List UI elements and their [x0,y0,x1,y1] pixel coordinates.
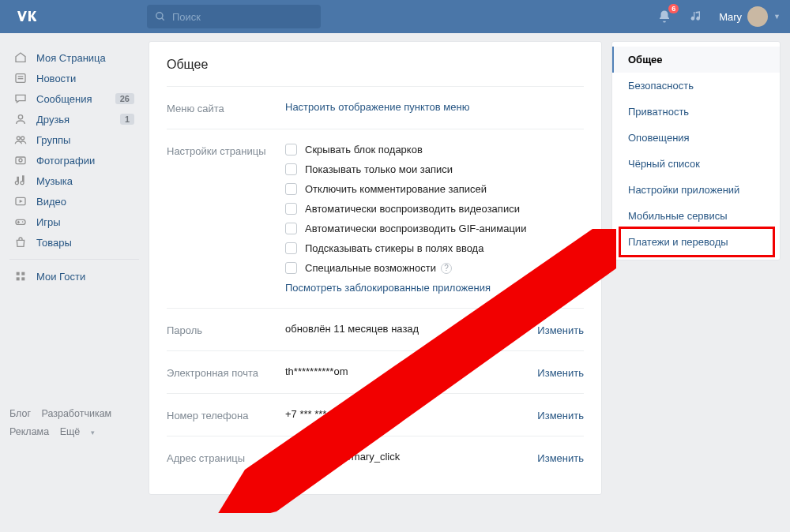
tab-0[interactable]: Общее [612,47,780,73]
svg-rect-16 [21,277,24,280]
tab-2[interactable]: Приватность [612,99,780,125]
row-label: Адрес страницы [167,451,285,464]
sidebar-item-photo[interactable]: Фотографии [9,150,139,170]
sidebar-item-label: Товары [36,237,72,249]
tab-label: Общее [628,54,663,66]
user-menu[interactable]: Mary ▼ [719,6,781,27]
change-link[interactable]: Изменить [537,408,584,421]
setting-checkbox-row: Отключить комментирование записей [285,183,584,195]
checkbox-label: Автоматически воспроизводить видеозаписи [305,203,520,215]
news-icon [14,72,30,84]
section-password: Парольобновлён 11 месяцев назадИзменить [167,308,584,350]
sidebar-item-guests[interactable]: Мои Гости [9,266,139,287]
svg-point-6 [17,137,20,140]
msg-icon [14,92,30,105]
row-value: обновлён 11 месяцев назад [285,323,537,336]
svg-point-0 [156,13,163,19]
sidebar-item-home[interactable]: Моя Страница [9,47,139,68]
user-name: Mary [719,11,742,23]
vk-logo[interactable] [16,10,36,23]
tab-label: Безопасность [628,80,694,92]
checkbox[interactable] [285,183,297,195]
row-label: Номер телефона [167,408,285,421]
row-value: +7 *** *** ** 15 [285,408,537,421]
configure-menu-link[interactable]: Настроить отображение пунктов меню [285,101,469,113]
tab-7[interactable]: Платежи и переводы [612,229,780,255]
checkbox-label: Отключить комментирование записей [305,183,487,195]
tab-label: Платежи и переводы [628,236,728,248]
svg-line-1 [162,18,164,21]
footer-dev[interactable]: Разработчикам [42,408,112,419]
sidebar-item-news[interactable]: Новости [9,68,139,88]
sidebar-item-label: Мои Гости [36,271,85,283]
search-input[interactable] [172,11,299,23]
search-box[interactable] [147,5,321,28]
section-menu: Меню сайта Настроить отображение пунктов… [167,86,584,129]
change-link[interactable]: Изменить [537,451,584,464]
setting-checkbox-row: Скрывать блок подарков [285,144,584,155]
sidebar-item-label: Сообщения [36,93,92,105]
sidebar-item-market[interactable]: Товары [9,232,139,253]
sidebar-item-games[interactable]: Игры [9,212,139,232]
checkbox[interactable] [285,163,297,175]
svg-point-5 [18,115,22,119]
sidebar-item-friends[interactable]: Друзья1 [9,109,139,129]
checkbox[interactable] [285,223,297,234]
tab-4[interactable]: Чёрный список [612,151,780,177]
notifications-button[interactable]: 6 [657,9,672,24]
sidebar-item-label: Игры [36,216,61,228]
top-header: 6 Mary ▼ [0,0,790,33]
tab-label: Оповещения [628,132,690,144]
svg-point-9 [19,159,22,162]
games-icon [14,215,30,228]
help-icon[interactable]: ? [441,263,452,274]
sidebar-item-label: Новости [36,73,76,84]
home-icon [14,51,30,64]
change-link[interactable]: Изменить [537,323,584,336]
page-title: Общее [167,58,584,72]
footer-blog[interactable]: Блог [9,408,31,419]
search-icon [155,11,166,22]
sidebar-badge: 1 [120,114,134,125]
music-button[interactable] [690,10,703,23]
sidebar-item-label: Фотографии [36,155,95,167]
market-icon [14,236,30,249]
sidebar-item-video[interactable]: Видео [9,191,139,212]
section-email: Электронная почтаth**********omИзменить [167,350,584,393]
apps-icon [14,270,30,283]
section-label: Меню сайта [167,101,285,114]
svg-rect-14 [21,272,24,275]
checkbox[interactable] [285,203,297,215]
section-page-url: Адрес страницыhttps://vk.com/mary_clickИ… [167,436,584,478]
left-sidebar: Моя СтраницаНовостиСообщения26Друзья1Гру… [9,41,139,495]
change-link[interactable]: Изменить [537,365,584,379]
checkbox-label: Специальные возможности [305,262,436,274]
tab-6[interactable]: Мобильные сервисы [612,203,780,229]
friends-icon [14,113,30,126]
tab-label: Приватность [628,106,689,118]
section-phone: Номер телефона+7 *** *** ** 15Изменить [167,393,584,436]
tab-3[interactable]: Оповещения [612,125,780,151]
row-value: th**********om [285,365,537,379]
checkbox-label: Автоматически воспроизводить GIF-анимаци… [305,223,526,234]
footer-more[interactable]: Ещё ▾ [60,426,103,437]
svg-point-12 [22,221,24,223]
notification-badge: 6 [668,4,679,13]
checkbox-label: Скрывать блок подарков [305,144,423,155]
footer-ads[interactable]: Реклама [9,426,49,437]
chevron-down-icon: ▼ [773,13,781,21]
tab-5[interactable]: Настройки приложений [612,177,780,203]
sidebar-item-groups[interactable]: Группы [9,129,139,150]
tab-label: Мобильные сервисы [628,210,728,222]
avatar [747,6,768,27]
sidebar-item-msg[interactable]: Сообщения26 [9,88,139,109]
video-icon [14,195,30,208]
checkbox[interactable] [285,262,297,274]
checkbox[interactable] [285,242,297,254]
tab-1[interactable]: Безопасность [612,73,780,99]
blocked-apps-link[interactable]: Посмотреть заблокированные приложения [285,282,491,294]
music-icon [690,10,703,23]
sidebar-item-label: Музыка [36,175,73,187]
checkbox[interactable] [285,144,297,155]
sidebar-item-music[interactable]: Музыка [9,170,139,191]
